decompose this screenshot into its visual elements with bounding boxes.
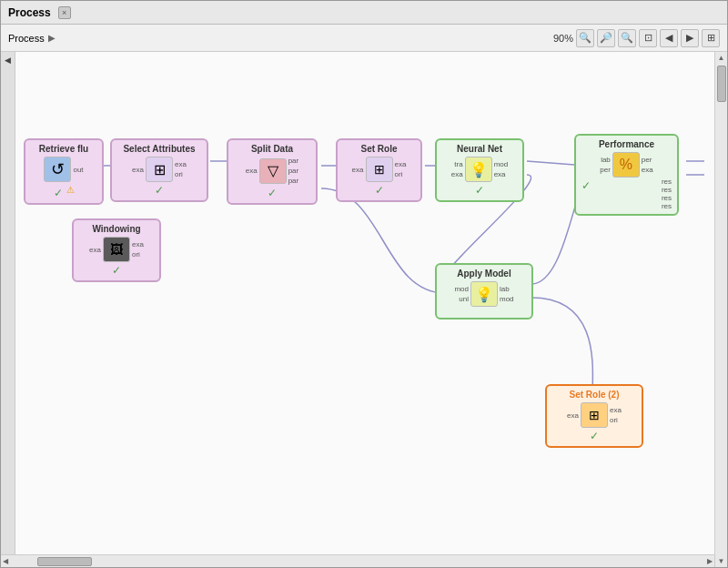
zoom-level: 90% <box>553 33 573 44</box>
zoom-in-button[interactable]: 🔎 <box>597 29 615 47</box>
node-set-role-title: Set Role <box>360 144 397 154</box>
node-apply-model-title: Apply Model <box>457 269 511 279</box>
select-attributes-check: ✓ <box>155 184 164 197</box>
set-role-2-icon: ⊞ <box>581 402 608 428</box>
select-attributes-ports-right: exa ori <box>175 160 187 178</box>
node-apply-model-body: mod unl 💡 lab mod <box>454 281 513 307</box>
retrieve-flu-warning-icon: ⚠ <box>66 185 75 199</box>
node-windowing[interactable]: Windowing exa 🖼 exa ori ✓ <box>72 218 161 282</box>
fit-page-button[interactable]: ⊡ <box>639 29 657 47</box>
split-data-ports-right: par par par <box>288 157 299 185</box>
node-split-data[interactable]: Split Data exa ▽ par par par ✓ <box>227 138 318 205</box>
main-window: Process × Process ▶ 90% 🔍 🔎 🔍 ⊡ ◀ ▶ ⊞ ◀ <box>0 0 728 568</box>
connections-svg <box>1 52 727 567</box>
neural-net-check: ✓ <box>475 184 484 197</box>
toolbar: Process ▶ 90% 🔍 🔎 🔍 ⊡ ◀ ▶ ⊞ <box>1 25 727 52</box>
scroll-right-arrow[interactable]: ▶ <box>705 555 714 567</box>
node-set-role-2-title: Set Role (2) <box>569 390 619 400</box>
horizontal-scrollbar[interactable]: ◀ ▶ <box>1 554 714 567</box>
node-select-attributes[interactable]: Select Attributes exa ⊞ exa ori ✓ <box>110 138 208 202</box>
node-split-data-body: exa ▽ par par par <box>246 157 298 185</box>
windowing-icon: 🖼 <box>103 237 130 262</box>
set-role-2-check: ✓ <box>590 430 599 442</box>
node-neural-net[interactable]: Neural Net tra exa 💡 mod exa ✓ <box>435 138 524 202</box>
node-split-data-title: Split Data <box>251 144 293 154</box>
breadcrumb-arrow: ▶ <box>48 33 56 43</box>
horizontal-scroll-thumb[interactable] <box>37 557 92 566</box>
node-neural-net-title: Neural Net <box>457 144 502 154</box>
split-data-icon: ▽ <box>259 158 287 184</box>
expand-button[interactable]: ◀ <box>5 56 11 65</box>
node-select-attributes-title: Select Attributes <box>123 144 195 154</box>
set-role-2-ports-left: exa <box>567 411 579 420</box>
neural-net-ports-left: tra exa <box>451 160 463 178</box>
breadcrumb-process: Process <box>8 33 45 44</box>
node-set-role-body: exa ⊞ exa ori <box>352 157 407 182</box>
performance-icon: % <box>612 152 640 178</box>
scroll-left-arrow[interactable]: ◀ <box>1 555 10 567</box>
node-set-role-2[interactable]: Set Role (2) exa ⊞ exa ori ✓ <box>545 384 643 448</box>
window-title: Process <box>8 6 51 19</box>
split-data-check: ✓ <box>268 187 277 199</box>
breadcrumb: Process ▶ <box>8 33 550 44</box>
zoom-out-button[interactable]: 🔍 <box>618 29 636 47</box>
select-attributes-icon: ⊞ <box>146 157 173 182</box>
set-role-icon: ⊞ <box>366 157 393 182</box>
node-performance-body: lab per % per exa <box>600 152 652 178</box>
node-retrieve-flu-title: Retrieve flu <box>39 144 88 154</box>
node-performance-title: Performance <box>599 139 654 149</box>
set-role-ports-right: exa ori <box>395 160 407 178</box>
close-button[interactable]: × <box>58 6 71 19</box>
windowing-ports-left: exa <box>89 246 101 254</box>
vertical-scroll-thumb[interactable] <box>717 66 726 102</box>
scroll-up-arrow[interactable]: ▲ <box>716 52 727 64</box>
node-neural-net-body: tra exa 💡 mod exa <box>451 157 508 182</box>
vertical-scrollbar[interactable]: ▲ ▼ <box>714 52 727 567</box>
apply-model-icon: 💡 <box>470 281 498 307</box>
node-performance[interactable]: Performance lab per % per exa ✓ res res … <box>574 134 679 216</box>
magnifier-reset-button[interactable]: 🔍 <box>576 29 594 47</box>
windowing-ports-right: exa ori <box>132 240 144 259</box>
retrieve-flu-warning: ✓ <box>54 187 63 199</box>
title-bar: Process × <box>1 1 727 25</box>
node-windowing-title: Windowing <box>92 224 140 234</box>
select-attributes-ports-left: exa <box>132 166 144 174</box>
settings-button[interactable]: ⊞ <box>702 29 720 47</box>
apply-model-ports-left: mod unl <box>454 285 469 303</box>
node-set-role[interactable]: Set Role exa ⊞ exa ori ✓ <box>336 138 422 202</box>
performance-ports-right: per exa <box>642 156 653 174</box>
zoom-area: 90% 🔍 🔎 🔍 ⊡ ◀ ▶ ⊞ <box>553 29 720 47</box>
forward-button[interactable]: ▶ <box>681 29 699 47</box>
performance-check: ✓ <box>581 179 591 210</box>
apply-model-ports-right: lab mod <box>500 285 514 303</box>
process-canvas-area: ◀ Retrieve flu <box>1 52 727 567</box>
set-role-check: ✓ <box>375 184 384 197</box>
node-apply-model[interactable]: Apply Model mod unl 💡 lab mod <box>435 263 533 320</box>
performance-ports-left: lab per <box>600 156 611 174</box>
set-role-2-ports-right: exa ori <box>610 406 622 424</box>
neural-net-icon: 💡 <box>465 157 492 182</box>
node-select-attributes-body: exa ⊞ exa ori <box>132 157 187 182</box>
windowing-check: ✓ <box>112 264 121 277</box>
left-bar: ◀ <box>1 52 15 567</box>
split-data-ports-left: exa <box>246 167 258 175</box>
retrieve-flu-icon: ↺ <box>44 157 71 182</box>
set-role-ports-left: exa <box>352 166 364 174</box>
neural-net-ports-right: mod exa <box>494 160 509 178</box>
scroll-down-arrow[interactable]: ▼ <box>716 555 727 567</box>
node-retrieve-flu[interactable]: Retrieve flu ↺ out ✓ ⚠ <box>24 138 104 205</box>
node-retrieve-flu-body: ↺ out <box>44 157 83 182</box>
node-windowing-body: exa 🖼 exa ori <box>89 237 144 262</box>
back-button[interactable]: ◀ <box>660 29 678 47</box>
node-set-role-2-body: exa ⊞ exa ori <box>567 402 622 428</box>
retrieve-flu-ports-right: out <box>73 166 83 174</box>
